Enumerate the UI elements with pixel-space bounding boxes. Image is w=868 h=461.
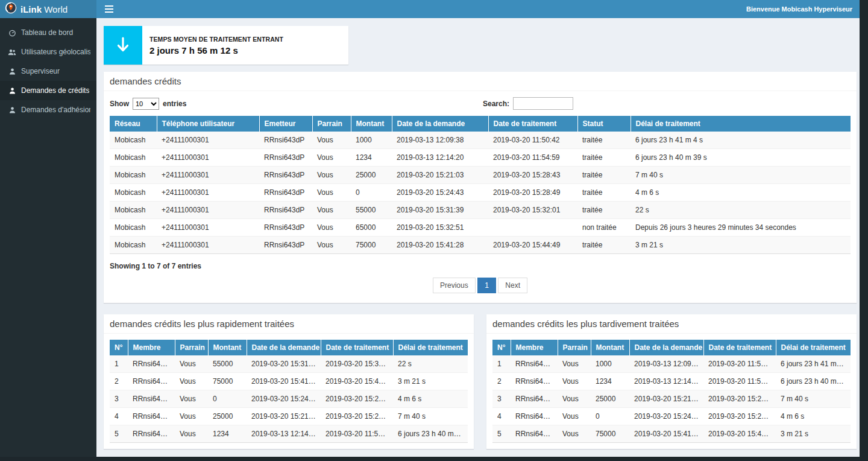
table-cell: 2019-03-13 12:14:20 xyxy=(247,425,321,443)
table-cell: 2019-03-20 11:54:59 xyxy=(488,149,577,167)
table-cell: 0 xyxy=(208,390,247,408)
table-cell: 6 jours 23 h 40 m 39 s xyxy=(393,425,468,443)
header: iLink World Bienvenue Mobicash Hypervise… xyxy=(0,0,860,18)
column-header[interactable]: Parrain xyxy=(175,340,208,355)
table-cell: 2019-03-20 15:32:51 xyxy=(392,219,488,237)
table-cell: 1000 xyxy=(591,355,629,373)
column-header[interactable]: Réseau xyxy=(110,116,157,132)
column-header[interactable]: Parrain xyxy=(312,116,351,132)
column-header[interactable]: Montant xyxy=(591,340,629,355)
column-header[interactable]: Statut xyxy=(577,116,631,132)
table-cell: RRnsi643dP xyxy=(128,408,175,425)
column-header[interactable]: Délai de traitement xyxy=(631,116,851,132)
table-summary: Showing 1 to 7 of 7 entries xyxy=(110,262,851,270)
column-header[interactable]: Membre xyxy=(128,340,175,355)
table-cell: 2019-03-20 15:28:49 xyxy=(321,390,393,408)
page-size-select[interactable]: 10 xyxy=(133,98,159,110)
table-cell: 25000 xyxy=(208,408,247,425)
column-header[interactable]: Montant xyxy=(351,116,392,132)
column-header[interactable]: Date de traitement xyxy=(321,340,393,355)
sidebar-item-demandes-de-credits[interactable]: Demandes de crédits xyxy=(0,81,96,100)
column-header[interactable]: Délai de traitement xyxy=(393,340,468,355)
sidebar-menu: Tableau de bordUtilisateurs géolocalisés… xyxy=(0,23,96,119)
table-cell: Vous xyxy=(312,149,351,167)
column-header[interactable]: Date de traitement xyxy=(488,116,577,132)
table-cell: Vous xyxy=(558,373,591,390)
table-cell: 2019-03-20 11:50:42 xyxy=(488,132,577,149)
column-header[interactable]: Téléphone utilisateur xyxy=(157,116,259,132)
table-cell: 2019-03-20 15:44:49 xyxy=(488,237,577,254)
table-cell: 2019-03-13 12:09:38 xyxy=(392,132,488,149)
table-cell: 1234 xyxy=(208,425,247,443)
search-label: Search: xyxy=(483,100,509,108)
table-cell: Vous xyxy=(175,408,208,425)
table-cell: 75000 xyxy=(591,425,629,443)
table-cell: 2019-03-20 15:32:01 xyxy=(321,355,393,373)
sidebar-item-superviseur[interactable]: Superviseur xyxy=(0,62,96,81)
column-header[interactable]: N° xyxy=(110,340,128,355)
table-row: 1RRnsi643dPVous10002019-03-13 12:09:3820… xyxy=(492,355,851,373)
brand[interactable]: iLink World xyxy=(0,0,96,18)
table-cell: Vous xyxy=(175,355,208,373)
sidebar-item-utilisateurs-geolocalises[interactable]: Utilisateurs géolocalisés xyxy=(0,42,96,62)
table-cell: 2019-03-20 15:28:49 xyxy=(488,184,577,202)
table-cell: 2019-03-20 15:21:03 xyxy=(392,167,488,184)
table-cell: RRnsi643dP xyxy=(511,373,558,390)
table-cell: traitée xyxy=(577,184,631,202)
table-cell: Mobicash xyxy=(110,219,157,237)
table-cell: 2019-03-20 11:50:42 xyxy=(703,355,776,373)
table-cell: 2 xyxy=(110,373,128,390)
sidebar-toggle-button[interactable] xyxy=(96,0,122,18)
table-cell: 2019-03-20 15:41:28 xyxy=(392,237,488,254)
table-cell: Vous xyxy=(175,390,208,408)
table-cell: RRnsi643dP xyxy=(259,202,312,219)
content-area: TEMPS MOYEN DE TRAITEMENT ENTRANT 2 jour… xyxy=(96,18,860,457)
welcome-text: Bienvenue Mobicash Hyperviseur xyxy=(746,5,860,13)
search-input[interactable] xyxy=(513,97,573,110)
column-header[interactable]: Date de la demande xyxy=(392,116,488,132)
table-cell: 5 xyxy=(110,425,128,443)
brand-name: iLink World xyxy=(20,4,68,14)
pagination-page-1-button[interactable]: 1 xyxy=(477,278,496,293)
pagination-previous-button[interactable]: Previous xyxy=(433,278,476,293)
sidebar-item-demandes-adhesion[interactable]: Demandes d'adhésion xyxy=(0,100,96,119)
table-cell: 3 m 21 s xyxy=(393,373,468,390)
column-header[interactable]: Parrain xyxy=(558,340,591,355)
column-header[interactable]: Membre xyxy=(511,340,558,355)
column-header[interactable]: Date de traitement xyxy=(703,340,776,355)
table-header-row: N°MembreParrainMontantDate de la demande… xyxy=(110,340,468,355)
table-row: Mobicash+24111000301RRnsi643dPVous02019-… xyxy=(110,184,851,202)
entries-label: entries xyxy=(163,100,186,108)
table-cell: 3 m 21 s xyxy=(631,237,851,254)
table-cell: Mobicash xyxy=(110,167,157,184)
search-control: Search: xyxy=(483,97,573,110)
column-header[interactable]: Délai de traitement xyxy=(776,340,851,355)
table-cell: 4 m 6 s xyxy=(393,390,468,408)
table-cell: 75000 xyxy=(351,237,392,254)
table-cell: 6 jours 23 h 40 m 39 s xyxy=(631,149,851,167)
table-cell: non traitée xyxy=(577,219,631,237)
table-row: 4RRnsi643dPVous250002019-03-20 15:21:032… xyxy=(110,408,468,425)
avg-processing-time-infobox: TEMPS MOYEN DE TRAITEMENT ENTRANT 2 jour… xyxy=(104,26,348,65)
pagination-next-button[interactable]: Next xyxy=(498,278,527,293)
column-header[interactable]: N° xyxy=(492,340,511,355)
column-header[interactable]: Date de la demande xyxy=(629,340,703,355)
sidebar-item-label: Superviseur xyxy=(21,67,60,75)
table-cell: 2019-03-20 11:54:59 xyxy=(703,373,776,390)
user-icon xyxy=(8,68,16,75)
table-cell: RRnsi643dP xyxy=(511,425,558,443)
table-cell: Depuis 26 jours 3 heures 29 minutes 34 s… xyxy=(631,219,851,237)
table-cell: 2019-03-20 15:28:43 xyxy=(321,408,393,425)
table-cell: 2019-03-20 15:44:49 xyxy=(703,425,776,443)
column-header[interactable]: Date de la demande xyxy=(247,340,321,355)
table-cell: +24111000301 xyxy=(157,132,259,149)
infobox-label: TEMPS MOYEN DE TRAITEMENT ENTRANT xyxy=(149,36,283,43)
table-cell: 1234 xyxy=(351,149,392,167)
sidebar-item-label: Demandes d'adhésion xyxy=(21,106,90,114)
table-row: Mobicash+24111000301RRnsi643dPVous550002… xyxy=(110,202,851,219)
sidebar-item-tableau-de-bord[interactable]: Tableau de bord xyxy=(0,23,96,42)
column-header[interactable]: Montant xyxy=(208,340,247,355)
table-row: 2RRnsi643dPVous12342019-03-13 12:14:2020… xyxy=(492,373,851,390)
table-cell: 55000 xyxy=(351,202,392,219)
column-header[interactable]: Emetteur xyxy=(259,116,312,132)
